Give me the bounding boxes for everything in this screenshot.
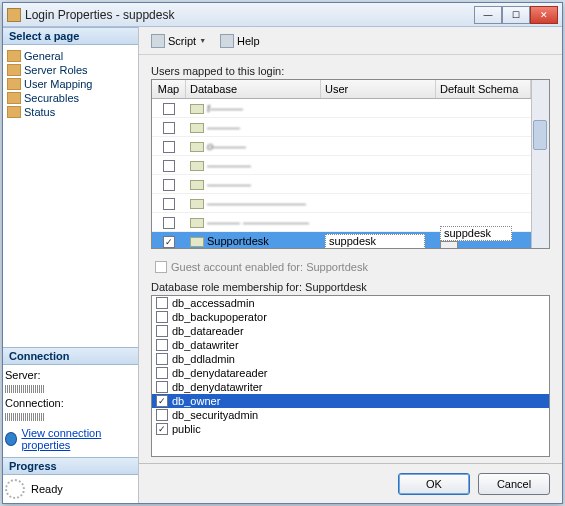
main-body: Users mapped to this login: Map Database… [139, 55, 562, 463]
role-checkbox[interactable] [156, 325, 168, 337]
page-label: Securables [24, 92, 79, 104]
help-label: Help [237, 35, 260, 47]
table-row[interactable]: ———— [152, 156, 531, 175]
map-checkbox[interactable] [163, 198, 175, 210]
database-icon [190, 161, 204, 171]
role-item[interactable]: db_accessadmin [152, 296, 549, 310]
minimize-button[interactable]: — [474, 6, 502, 24]
user-cell-input[interactable]: suppdesk [325, 234, 425, 249]
db-name: Supportdesk [207, 235, 269, 247]
role-item[interactable]: db_backupoperator [152, 310, 549, 324]
table-row[interactable]: t——— [152, 99, 531, 118]
database-icon [190, 199, 204, 209]
role-item[interactable]: db_securityadmin [152, 408, 549, 422]
table-row[interactable]: Supportdesksuppdesksuppdesk… [152, 232, 531, 248]
grid-scrollbar[interactable] [531, 80, 549, 248]
database-icon [190, 123, 204, 133]
page-item-securables[interactable]: Securables [5, 91, 136, 105]
col-database[interactable]: Database [186, 80, 321, 98]
map-checkbox[interactable] [163, 179, 175, 191]
page-item-server-roles[interactable]: Server Roles [5, 63, 136, 77]
footer: OK Cancel [139, 463, 562, 503]
cancel-button[interactable]: Cancel [478, 473, 550, 495]
role-item[interactable]: db_denydatareader [152, 366, 549, 380]
role-name: public [172, 423, 201, 435]
connection-value [5, 413, 45, 421]
role-checkbox[interactable] [156, 339, 168, 351]
schema-cell-input[interactable]: suppdesk [440, 226, 512, 241]
role-checkbox[interactable] [156, 353, 168, 365]
col-schema[interactable]: Default Schema [436, 80, 531, 98]
ok-button[interactable]: OK [398, 473, 470, 495]
main-panel: Script ▼ Help Users mapped to this login… [139, 27, 562, 503]
map-checkbox[interactable] [163, 141, 175, 153]
chevron-down-icon: ▼ [199, 37, 206, 44]
page-item-general[interactable]: General [5, 49, 136, 63]
user-mapping-grid[interactable]: Map Database User Default Schema t——————… [151, 79, 550, 249]
role-checkbox[interactable] [156, 381, 168, 393]
script-button[interactable]: Script ▼ [147, 32, 210, 50]
connection-body: Server: Connection: View connection prop… [3, 365, 138, 457]
map-checkbox[interactable] [163, 122, 175, 134]
role-item[interactable]: db_denydatawriter [152, 380, 549, 394]
database-icon [190, 180, 204, 190]
role-name: db_backupoperator [172, 311, 267, 323]
page-icon [7, 64, 21, 76]
role-checkbox[interactable] [156, 423, 168, 435]
table-row[interactable]: ——— [152, 118, 531, 137]
scrollbar-thumb[interactable] [533, 120, 547, 150]
map-checkbox[interactable] [163, 236, 175, 248]
col-user[interactable]: User [321, 80, 436, 98]
map-checkbox[interactable] [163, 160, 175, 172]
guest-account-row: Guest account enabled for: Supportdesk [155, 261, 550, 273]
role-checkbox[interactable] [156, 409, 168, 421]
role-list[interactable]: db_accessadmindb_backupoperatordb_datare… [151, 295, 550, 457]
db-name: t——— [207, 102, 243, 114]
role-item[interactable]: db_datareader [152, 324, 549, 338]
db-name: ——— —————— [207, 216, 309, 228]
progress-header: Progress [3, 457, 138, 475]
select-page-header: Select a page [3, 27, 138, 45]
role-item[interactable]: db_datawriter [152, 338, 549, 352]
script-icon [151, 34, 165, 48]
db-name: ———— [207, 159, 251, 171]
table-row[interactable]: ———— [152, 175, 531, 194]
page-label: User Mapping [24, 78, 92, 90]
role-checkbox[interactable] [156, 367, 168, 379]
role-item[interactable]: public [152, 422, 549, 436]
role-item[interactable]: db_owner [152, 394, 549, 408]
role-name: db_accessadmin [172, 297, 255, 309]
db-name: ———— [207, 178, 251, 190]
users-mapped-label: Users mapped to this login: [151, 65, 550, 77]
role-item[interactable]: db_ddladmin [152, 352, 549, 366]
role-checkbox[interactable] [156, 311, 168, 323]
map-checkbox[interactable] [163, 217, 175, 229]
globe-icon [5, 432, 17, 446]
close-button[interactable]: ✕ [530, 6, 558, 24]
view-connection-properties-link[interactable]: View connection properties [21, 427, 136, 451]
role-name: db_denydatawriter [172, 381, 263, 393]
role-name: db_datareader [172, 325, 244, 337]
role-checkbox[interactable] [156, 395, 168, 407]
page-item-user-mapping[interactable]: User Mapping [5, 77, 136, 91]
col-map[interactable]: Map [152, 80, 186, 98]
connection-header: Connection [3, 347, 138, 365]
map-checkbox[interactable] [163, 103, 175, 115]
role-checkbox[interactable] [156, 297, 168, 309]
page-list: GeneralServer RolesUser MappingSecurable… [3, 45, 138, 123]
help-button[interactable]: Help [216, 32, 264, 50]
role-name: db_securityadmin [172, 409, 258, 421]
guest-label: Guest account enabled for: Supportdesk [171, 261, 368, 273]
schema-browse-button[interactable]: … [440, 241, 458, 248]
grid-header: Map Database User Default Schema [152, 80, 531, 99]
sidebar: Select a page GeneralServer RolesUser Ma… [3, 27, 139, 503]
database-icon [190, 237, 204, 247]
page-item-status[interactable]: Status [5, 105, 136, 119]
db-name: ————————— [207, 197, 306, 209]
progress-body: Ready [3, 475, 138, 503]
titlebar[interactable]: Login Properties - suppdesk — ☐ ✕ [3, 3, 562, 27]
progress-spinner-icon [5, 479, 25, 499]
table-row[interactable]: o——— [152, 137, 531, 156]
maximize-button[interactable]: ☐ [502, 6, 530, 24]
table-row[interactable]: ————————— [152, 194, 531, 213]
